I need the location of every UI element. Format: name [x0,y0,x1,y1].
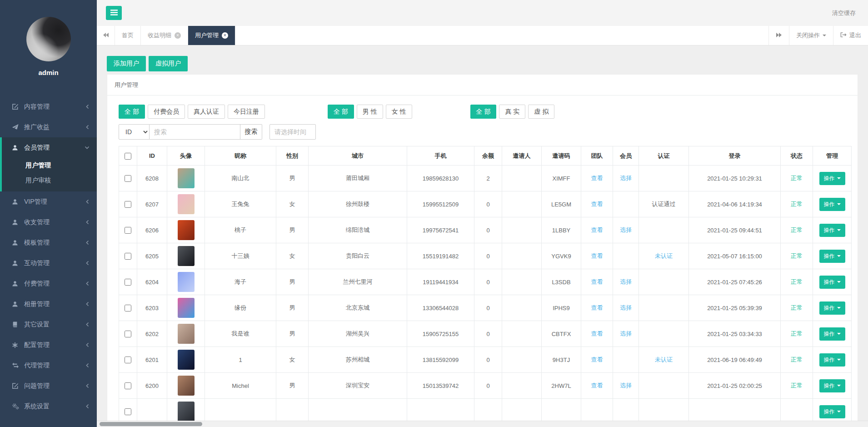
row-checkbox[interactable] [125,382,131,389]
menu-toggle-button[interactable] [106,6,122,20]
add-user-button[interactable]: 添加用户 [107,56,146,71]
filter-button[interactable]: 男 性 [357,105,383,119]
time-picker-input[interactable] [269,124,316,140]
sidebar-item[interactable]: 配置管理 [0,335,97,355]
cell-status: 正常 [781,269,813,295]
sidebar-subitem[interactable]: 用户审核 [2,173,97,188]
team-view-link[interactable]: 查看 [591,252,603,259]
close-operations-dropdown[interactable]: 关闭操作 [789,26,833,45]
filter-button[interactable]: 今日注册 [228,105,265,119]
member-select-link[interactable]: 选择 [620,278,632,285]
user-avatar[interactable] [178,376,195,396]
user-avatar[interactable] [178,350,195,370]
search-input[interactable] [150,124,240,140]
tab-close-icon[interactable]: × [222,32,228,39]
team-view-link[interactable]: 查看 [591,330,603,337]
filter-button[interactable]: 女 性 [386,105,412,119]
tabs-scroll-left-button[interactable] [97,26,115,45]
sidebar-item[interactable]: 相册管理 [0,294,97,314]
row-checkbox[interactable] [125,357,131,363]
row-action-button[interactable]: 操作 [819,327,845,341]
tabs-scroll-right-button[interactable] [768,26,789,45]
tab-close-icon[interactable]: × [175,32,181,39]
team-view-link[interactable]: 查看 [591,278,603,285]
row-action-button[interactable]: 操作 [819,353,845,367]
user-avatar[interactable] [178,246,195,266]
horizontal-scrollbar-thumb[interactable] [100,422,202,426]
sidebar-item[interactable]: 系统设置 [0,396,97,417]
sidebar-item[interactable]: 推广收益 [0,117,97,137]
user-avatar[interactable] [178,220,195,240]
row-action-button[interactable]: 操作 [819,276,845,289]
sidebar-subitem[interactable]: 用户管理 [2,158,97,173]
user-avatar[interactable] [178,168,195,188]
sidebar-item[interactable]: 内容管理 [0,96,97,117]
sidebar-item[interactable]: 代理管理 [0,355,97,376]
auth-status-link[interactable]: 未认证 [655,252,673,259]
status-badge: 正常 [791,356,803,363]
row-action-button[interactable]: 操作 [819,172,845,185]
tab-item[interactable]: 收益明细× [141,26,188,45]
sidebar-item[interactable]: 其它设置 [0,314,97,335]
member-select-link[interactable]: 选择 [620,304,632,311]
cell-city: 苏州相城 [309,347,407,373]
team-view-link[interactable]: 查看 [591,356,603,363]
cell-login: 2021-01-25 07:45:26 [689,269,781,295]
row-action-button[interactable]: 操作 [819,301,845,315]
team-view-link[interactable]: 查看 [591,226,603,233]
sidebar-item[interactable]: 问题管理 [0,376,97,396]
logout-button[interactable]: 退出 [833,26,868,45]
virtual-user-button[interactable]: 虚拟用户 [149,56,188,71]
row-checkbox[interactable] [125,253,131,260]
row-checkbox[interactable] [125,175,131,182]
filter-button[interactable]: 虚 拟 [528,105,554,119]
user-avatar[interactable] [178,298,195,318]
user-avatar[interactable] [178,194,195,214]
row-action-button[interactable]: 操作 [819,224,845,237]
sidebar-item[interactable]: 会员管理 [2,137,97,158]
filter-button[interactable]: 付费会员 [148,105,185,119]
team-view-link[interactable]: 查看 [591,382,603,389]
user-avatar[interactable] [178,272,195,292]
tab-item[interactable]: 首页 [115,26,141,45]
search-field-select[interactable]: ID [119,124,150,140]
auth-status-link[interactable]: 未认证 [655,356,673,363]
team-view-link[interactable]: 查看 [591,304,603,311]
row-action-button[interactable]: 操作 [819,379,845,392]
tab-active[interactable]: 用户管理× [188,26,235,45]
row-checkbox[interactable] [125,305,131,311]
select-all-checkbox[interactable] [125,153,131,160]
filter-button[interactable]: 真 实 [499,105,525,119]
sidebar-item[interactable]: 互动管理 [0,253,97,273]
filter-button[interactable]: 真人认证 [188,105,225,119]
row-checkbox[interactable] [125,227,131,234]
sidebar-item[interactable]: 付费管理 [0,273,97,294]
row-action-button[interactable]: 操作 [819,405,845,418]
row-checkbox[interactable] [125,201,131,208]
member-select-link[interactable]: 选择 [620,175,632,181]
caret-down-icon [837,203,841,205]
avatar[interactable] [26,17,71,61]
member-select-link[interactable]: 选择 [620,226,632,233]
filter-button[interactable]: 全 部 [119,105,145,119]
user-avatar[interactable] [178,402,195,421]
cell-inviter [502,347,542,373]
row-checkbox[interactable] [125,408,131,415]
row-checkbox[interactable] [125,331,131,337]
filter-button[interactable]: 全 部 [328,105,354,119]
filter-button[interactable]: 全 部 [470,105,497,119]
sidebar-item[interactable]: 收支管理 [0,212,97,232]
member-select-link[interactable]: 选择 [620,330,632,337]
row-action-button[interactable]: 操作 [819,250,845,263]
row-action-button[interactable]: 操作 [819,198,845,211]
sidebar-item[interactable]: 模板管理 [0,232,97,253]
user-avatar[interactable] [178,324,195,344]
clear-cache-link[interactable]: 清空缓存 [832,9,856,17]
horizontal-scrollbar[interactable] [97,421,868,427]
sidebar-item[interactable]: VIP管理 [0,191,97,212]
row-checkbox[interactable] [125,279,131,286]
team-view-link[interactable]: 查看 [591,201,603,207]
team-view-link[interactable]: 查看 [591,175,603,181]
member-select-link[interactable]: 选择 [620,382,632,389]
search-button[interactable]: 搜索 [240,124,262,140]
